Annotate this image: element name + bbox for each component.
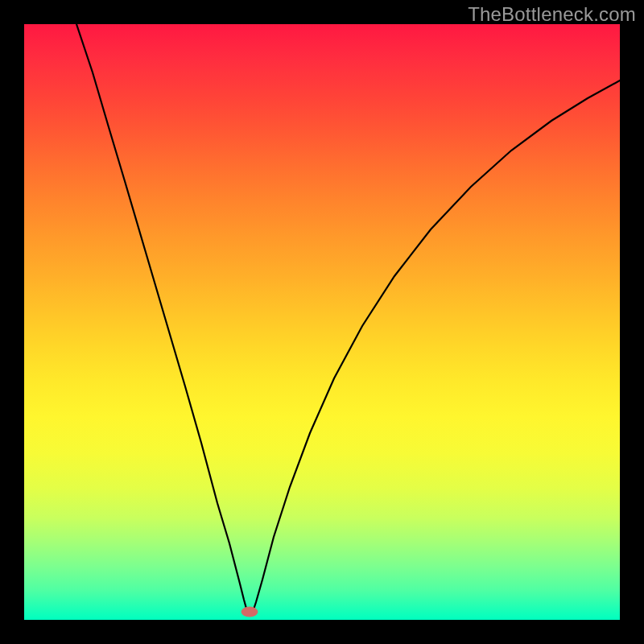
minimum-marker bbox=[242, 607, 258, 617]
plot-area bbox=[24, 24, 620, 620]
curve-svg bbox=[24, 24, 620, 620]
watermark-text: TheBottleneck.com bbox=[468, 3, 636, 26]
chart-frame: TheBottleneck.com bbox=[0, 0, 644, 644]
bottleneck-curve bbox=[76, 24, 620, 614]
